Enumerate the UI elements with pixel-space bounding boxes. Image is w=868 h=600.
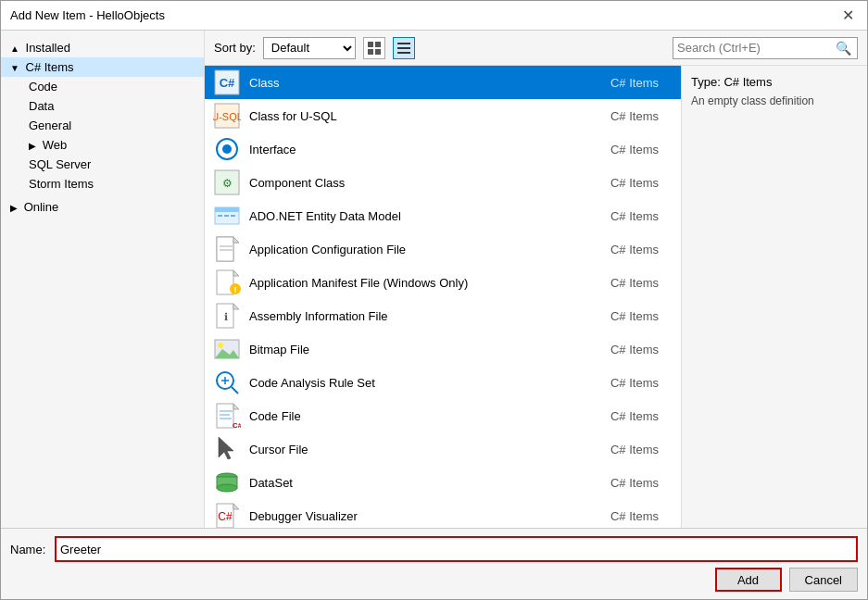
items-list: C# Class C# Items U-SQL [205,66,682,528]
svg-text:⚙: ⚙ [222,177,233,190]
bottom-bar: Name: Add Cancel [1,528,867,599]
tree-item-installed[interactable]: ▲ Installed [1,38,204,57]
arrow-installed: ▲ [10,44,19,54]
item-category-assembly: C# Items [610,309,659,323]
list-item[interactable]: Application Configuration File C# Items [205,232,681,266]
tree-item-storm-items[interactable]: Storm Items [1,174,204,194]
tree-item-code[interactable]: Code [1,77,204,96]
svg-marker-51 [233,504,239,509]
tree-item-c-items[interactable]: ▼ C# Items [1,57,204,77]
item-icon-dataset [212,468,242,497]
info-type: Type: C# Items [691,75,858,89]
web-label: Web [43,138,68,152]
svg-marker-41 [233,404,239,409]
arrow-online: ▶ [10,203,18,213]
item-icon-debugger: C# [212,501,242,528]
list-icon [397,42,410,55]
svg-text:ℹ: ℹ [224,311,228,322]
list-item[interactable]: C# Debugger Visualizer C# Items [205,499,681,528]
svg-text:U-SQL: U-SQL [213,111,241,122]
list-item[interactable]: C# Code File C# Items [205,399,681,432]
svg-rect-6 [397,52,410,54]
sort-select[interactable]: Default Name Type [263,37,356,59]
arrow-web: ▶ [29,141,36,151]
item-category-appconfig: C# Items [610,243,659,256]
item-icon-manifest: ! [212,268,242,297]
item-icon-appconfig [212,234,242,264]
name-row: Name: [10,536,858,562]
item-name-dataset: DataSet [249,476,610,490]
svg-rect-40 [217,404,233,428]
dialog: Add New Item - HelloObjects ✕ ▲ Installe… [0,0,868,600]
svg-rect-3 [375,49,381,55]
svg-rect-22 [217,237,233,261]
tree-item-web[interactable]: ▶ Web [1,135,204,155]
svg-point-12 [222,144,232,154]
list-item[interactable]: ADO.NET Entity Data Model C# Items [205,199,681,232]
list-item[interactable]: Cursor File C# Items [205,432,681,466]
close-button[interactable]: ✕ [838,8,858,23]
item-name-class: Class [249,76,610,90]
item-category-ado: C# Items [610,209,659,223]
item-category-cursor: C# Items [610,443,659,456]
svg-text:C#: C# [218,510,233,523]
view-tiles-button[interactable] [363,37,385,59]
c-items-label: C# Items [26,60,74,74]
list-item[interactable]: C# Class C# Items [205,66,681,99]
item-icon-codeanalysis [212,368,242,397]
item-name-component: Component Class [249,176,610,190]
item-icon-cursor [212,434,242,464]
name-input[interactable] [57,538,856,560]
item-name-assembly: Assembly Information File [249,309,610,323]
view-list-button[interactable] [393,37,415,59]
tree-item-data[interactable]: Data [1,96,204,116]
search-icon-button[interactable]: 🔍 [834,41,853,56]
svg-marker-27 [233,270,239,276]
item-name-bitmap: Bitmap File [249,343,610,356]
info-panel: Type: C# Items An empty class definition [682,66,867,528]
right-panel: Sort by: Default Name Type [205,31,867,528]
list-item[interactable]: ! Application Manifest File (Windows Onl… [205,266,681,299]
item-icon-class: C# [212,68,242,97]
list-item[interactable]: U-SQL Class for U-SQL C# Items [205,99,681,132]
add-button[interactable]: Add [715,568,782,592]
tree-item-sql-server[interactable]: SQL Server [1,155,204,174]
list-item[interactable]: Code Analysis Rule Set C# Items [205,366,681,399]
storm-items-label: Storm Items [29,177,94,191]
item-name-class-usql: Class for U-SQL [249,109,610,123]
list-item[interactable]: Bitmap File C# Items [205,332,681,366]
search-input[interactable] [677,41,834,55]
items-area: C# Class C# Items U-SQL [205,66,867,528]
svg-rect-19 [231,215,235,217]
list-item[interactable]: ⚙ Component Class C# Items [205,166,681,199]
sort-label: Sort by: [214,41,256,55]
tiles-icon [368,42,381,55]
tree-item-online[interactable]: ▶ Online [1,197,204,217]
item-icon-class-usql: U-SQL [212,101,242,131]
online-label: Online [24,200,59,214]
svg-rect-17 [218,215,222,217]
item-name-manifest: Application Manifest File (Windows Only) [249,276,610,290]
item-name-ado: ADO.NET Entity Data Model [249,209,610,223]
svg-rect-16 [215,207,239,212]
item-category-interface: C# Items [610,143,659,156]
item-category-codeanalysis: C# Items [610,376,659,390]
svg-line-37 [232,387,238,394]
general-label: General [29,119,71,132]
item-name-cursor: Cursor File [249,443,610,456]
data-label: Data [29,99,54,113]
dialog-title: Add New Item - HelloObjects [10,8,165,22]
list-item[interactable]: ℹ Assembly Information File C# Items [205,299,681,332]
item-category-component: C# Items [610,176,659,190]
item-category-codefile: C# Items [610,409,659,423]
item-category-debugger: C# Items [610,509,659,523]
installed-label: Installed [26,41,70,55]
tree-item-general[interactable]: General [1,116,204,135]
cancel-button[interactable]: Cancel [789,568,858,592]
list-item[interactable]: Interface C# Items [205,132,681,166]
svg-rect-1 [375,42,381,47]
list-item[interactable]: DataSet C# Items [205,466,681,499]
info-description: An empty class definition [691,94,858,107]
name-label: Name: [10,543,47,556]
svg-rect-2 [368,49,373,55]
